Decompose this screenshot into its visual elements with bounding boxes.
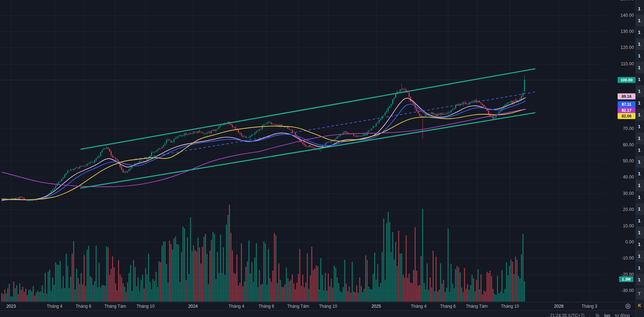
side-panel-bottom-row[interactable]: K bbox=[636, 300, 644, 311]
scale-toggle-log[interactable]: log bbox=[604, 313, 610, 317]
side-panel-row[interactable]: 1 bbox=[636, 180, 644, 191]
side-panel-row[interactable]: 1 bbox=[636, 191, 644, 203]
side-panel-row[interactable]: 1 bbox=[636, 215, 644, 227]
time-tick[interactable]: Tháng Tám bbox=[104, 304, 126, 309]
scale-toggle-tự-động[interactable]: tự động bbox=[615, 313, 630, 317]
side-panel-row[interactable]: 1 bbox=[636, 85, 644, 97]
time-tick[interactable]: 2026 bbox=[554, 304, 564, 309]
price-tick: 60.00 bbox=[603, 142, 634, 147]
time-tick[interactable]: Tháng 10 bbox=[501, 304, 519, 309]
side-panel-bottom-row[interactable]: T bbox=[636, 288, 644, 300]
scale-buttons: %logtự động bbox=[596, 313, 630, 317]
axis-settings-gear-icon[interactable] bbox=[625, 303, 631, 310]
side-panel-row[interactable]: 1 bbox=[636, 38, 644, 50]
side-panel-row[interactable]: 1 bbox=[636, 227, 644, 238]
time-tick[interactable]: 2024 bbox=[188, 304, 198, 309]
price-tick: 20.00 bbox=[603, 207, 634, 212]
side-panel-row[interactable]: 1 bbox=[636, 97, 644, 109]
chart-status-bar: 21:24:35 (UTC+7) | %logtự động bbox=[0, 310, 635, 317]
time-tick[interactable]: Tháng 4 bbox=[47, 304, 62, 309]
side-panel-row[interactable]: 1 bbox=[636, 203, 644, 215]
time-tick[interactable]: Tháng 6 bbox=[440, 304, 456, 309]
side-panel-row[interactable]: 1 bbox=[636, 3, 644, 15]
time-tick[interactable]: 2025 bbox=[372, 304, 381, 309]
clock-utc-label[interactable]: 21:24:35 (UTC+7) bbox=[550, 313, 584, 317]
price-tick: -30.00 bbox=[603, 288, 634, 293]
price-tick: 10.00 bbox=[603, 223, 634, 228]
side-panel-row[interactable]: 1 bbox=[636, 62, 644, 74]
price-tick: -10.00 bbox=[603, 256, 634, 261]
price-tick: 40.00 bbox=[603, 175, 634, 180]
side-panel-row[interactable]: 1 bbox=[636, 109, 644, 121]
side-panel-row[interactable]: 1 bbox=[636, 144, 644, 156]
price-tick: 30.00 bbox=[603, 191, 634, 196]
side-panel-row[interactable]: 1 bbox=[636, 132, 644, 144]
chart-window: 150.00140.00130.00120.00110.0070.0060.00… bbox=[0, 0, 644, 317]
time-tick[interactable]: Tháng 10 bbox=[137, 304, 155, 309]
side-panel-row[interactable]: 1 bbox=[636, 156, 644, 168]
price-tick: 140.00 bbox=[603, 13, 634, 18]
side-panel-row[interactable]: 1 bbox=[636, 250, 644, 262]
side-panel-row[interactable]: 1 bbox=[636, 121, 644, 132]
price-tick: 70.00 bbox=[603, 126, 634, 131]
scale-toggle-%[interactable]: % bbox=[596, 313, 599, 317]
ma-pink-value: 89.16 bbox=[618, 94, 635, 100]
time-tick[interactable]: Tháng 6 bbox=[259, 304, 274, 309]
time-tick[interactable]: Tháng Tám bbox=[466, 304, 487, 309]
side-panel-row[interactable]: 1 bbox=[636, 26, 644, 38]
time-tick[interactable]: Tháng 10 bbox=[319, 304, 337, 309]
last-price-label: 100.00 bbox=[618, 77, 635, 83]
ma-purple-value: 82.17 bbox=[618, 107, 635, 114]
price-tick: 0.00 bbox=[603, 240, 634, 245]
side-panel-row[interactable]: 1 bbox=[636, 274, 644, 286]
price-tick: 130.00 bbox=[603, 29, 634, 34]
side-panel-row[interactable]: 1 bbox=[636, 238, 644, 250]
ma-yellow-value: 82.06 bbox=[618, 113, 635, 119]
time-tick[interactable]: 2023 bbox=[6, 304, 16, 309]
price-tick: 50.00 bbox=[603, 158, 634, 163]
price-chart-canvas[interactable] bbox=[0, 0, 644, 317]
price-tick: 150.00 bbox=[603, 0, 634, 1]
time-tick[interactable]: Tháng Tám bbox=[287, 304, 309, 309]
side-panel-row[interactable]: 1 bbox=[636, 74, 644, 85]
right-side-panel-clipped[interactable]: 111111111111111111111111TK bbox=[635, 0, 644, 317]
price-tick: 120.00 bbox=[603, 45, 634, 50]
side-panel-row[interactable]: 1 bbox=[636, 262, 644, 274]
side-panel-row[interactable]: 1 bbox=[636, 50, 644, 62]
volume-value-label: 1.3M bbox=[619, 276, 633, 282]
side-panel-row[interactable]: 1 bbox=[636, 15, 644, 26]
ma-blue-value: 87.11 bbox=[618, 101, 635, 107]
time-tick[interactable]: Tháng 4 bbox=[229, 304, 244, 309]
time-axis[interactable]: 2023Tháng 4Tháng 6Tháng TámTháng 102024T… bbox=[0, 302, 635, 311]
side-panel-row[interactable]: 1 bbox=[636, 168, 644, 180]
price-axis[interactable]: 150.00140.00130.00120.00110.0070.0060.00… bbox=[603, 0, 635, 302]
price-tick: 110.00 bbox=[603, 61, 634, 66]
status-divider: | bbox=[589, 313, 591, 317]
time-tick[interactable]: Tháng 3 bbox=[582, 304, 597, 309]
time-tick[interactable]: Tháng 4 bbox=[411, 304, 426, 309]
time-tick[interactable]: Tháng 6 bbox=[76, 304, 91, 309]
